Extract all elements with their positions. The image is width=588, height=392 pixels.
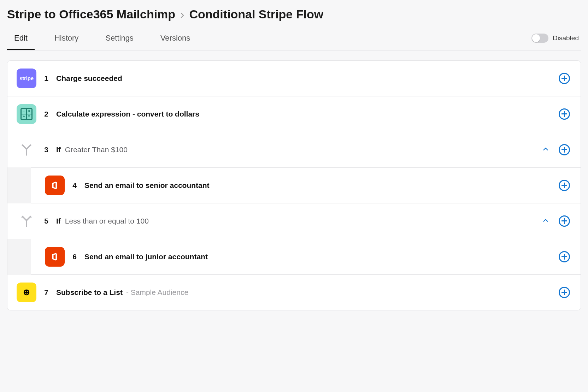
step-row[interactable]: 5 If Less than or equal to 100 [7,203,581,239]
add-step-button[interactable] [559,144,570,155]
if-condition: Greater Than $100 [65,145,128,154]
tab-edit[interactable]: Edit [7,31,35,50]
tab-versions[interactable]: Versions [153,31,197,50]
office365-icon [45,176,65,195]
steps-panel: stripe 1 Charge succeeded −×+= 2 Calcula… [7,60,581,310]
step-number: 1 [36,74,56,83]
svg-point-0 [24,290,29,295]
add-step-button[interactable] [559,108,570,120]
step-number: 5 [36,217,56,225]
add-step-button[interactable] [559,215,570,227]
step-title: Send an email to senior accountant [84,181,210,190]
step-title: Subscribe to a List - Sample Audience [56,288,188,297]
step-row[interactable]: 6 Send an email to junior accountant [7,239,581,275]
if-condition: Less than or equal to 100 [65,217,149,225]
step-row[interactable]: 7 Subscribe to a List - Sample Audience [7,275,581,310]
stripe-icon: stripe [17,69,36,88]
step-number: 7 [36,288,56,297]
step-row[interactable]: stripe 1 Charge succeeded [7,61,581,96]
if-label: If [56,217,61,225]
enable-toggle[interactable] [531,34,548,43]
add-step-button[interactable] [559,287,570,298]
tab-history[interactable]: History [47,31,86,50]
step-number: 3 [36,145,56,154]
step-row[interactable]: −×+= 2 Calculate expression - convert to… [7,96,581,132]
mailchimp-icon [17,283,36,302]
step-number: 2 [36,110,56,118]
branch-icon [17,140,36,160]
step-number: 6 [65,253,84,261]
add-step-button[interactable] [559,251,570,262]
branch-icon [17,211,36,231]
step-title: If Greater Than $100 [56,145,128,154]
step-number: 4 [65,181,84,190]
step-title: If Less than or equal to 100 [56,217,149,225]
breadcrumb: Stripe to Office365 Mailchimp › Conditio… [7,7,581,22]
breadcrumb-current: Conditional Stripe Flow [189,7,323,22]
svg-point-1 [25,291,26,292]
collapse-toggle[interactable] [542,216,549,226]
chevron-right-icon: › [180,7,184,22]
step-row[interactable]: 3 If Greater Than $100 [7,132,581,168]
step-title: Charge succeeded [56,74,122,83]
step-title: Send an email to junior accountant [84,253,208,261]
step-title: Calculate expression - convert to dollar… [56,110,199,118]
collapse-toggle[interactable] [542,145,549,154]
if-label: If [56,145,61,154]
breadcrumb-parent[interactable]: Stripe to Office365 Mailchimp [7,7,175,22]
add-step-button[interactable] [559,180,570,191]
step-row[interactable]: 4 Send an email to senior accountant [7,168,581,203]
step-subtitle: - Sample Audience [126,288,188,297]
tab-settings[interactable]: Settings [98,31,141,50]
tabs-row: Edit History Settings Versions Disabled [7,31,581,51]
tabs: Edit History Settings Versions [7,31,197,50]
office365-icon [45,247,65,267]
svg-point-2 [27,291,28,292]
add-step-button[interactable] [559,73,570,84]
enable-toggle-wrap: Disabled [531,34,579,43]
calculator-icon: −×+= [17,104,36,124]
toggle-state-label: Disabled [553,34,579,42]
